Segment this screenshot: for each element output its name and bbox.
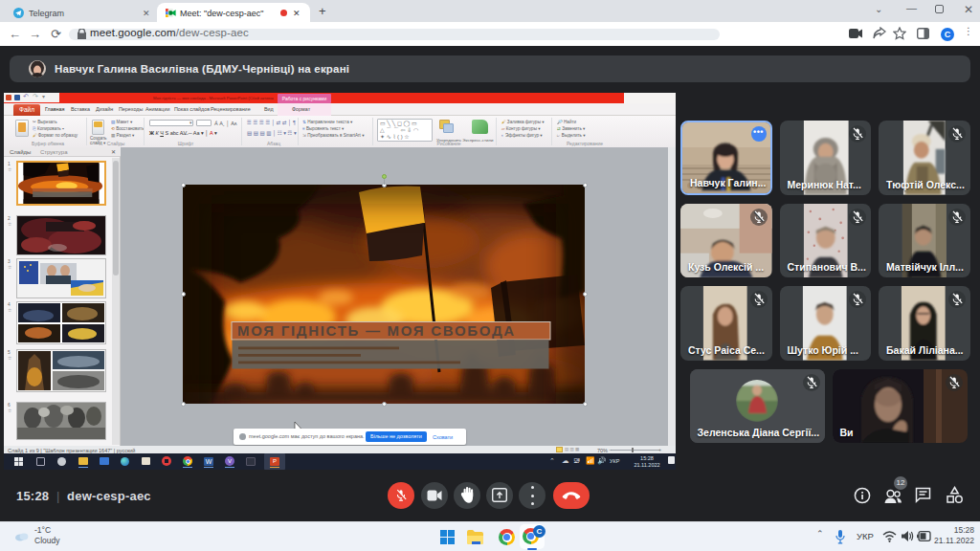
svg-text:МОЯ ГІДНІСТЬ — МОЯ СВОБОДА: МОЯ ГІДНІСТЬ — МОЯ СВОБОДА [237, 322, 516, 339]
